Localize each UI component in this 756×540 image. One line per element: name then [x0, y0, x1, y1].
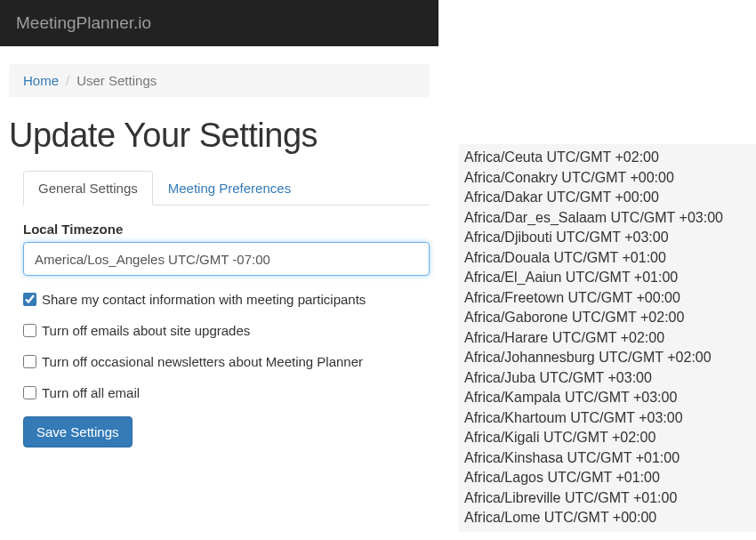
timezone-option[interactable]: Africa/Djibouti UTC/GMT +03:00 — [459, 228, 756, 248]
timezone-group: Local Timezone — [23, 222, 430, 276]
timezone-option[interactable]: Africa/Conakry UTC/GMT +00:00 — [459, 168, 756, 189]
page-title: Update Your Settings — [9, 117, 430, 155]
timezone-input[interactable] — [23, 242, 430, 276]
turnoff-newsletters-checkbox[interactable] — [23, 355, 36, 368]
breadcrumb: Home / User Settings — [9, 64, 430, 97]
tab-preferences-label[interactable]: Meeting Preferences — [153, 171, 306, 206]
tab-content: Local Timezone Share my contact informat… — [9, 222, 430, 447]
turnoff-upgrades-checkbox[interactable] — [23, 324, 36, 337]
tab-preferences[interactable]: Meeting Preferences — [153, 171, 306, 206]
share-contact-checkbox-row[interactable]: Share my contact information with meetin… — [23, 292, 430, 307]
breadcrumb-current: User Settings — [76, 73, 157, 88]
turnoff-upgrades-checkbox-row[interactable]: Turn off emails about site upgrades — [23, 323, 430, 338]
turnoff-all-label: Turn off all email — [42, 385, 140, 400]
timezone-option[interactable]: Africa/Harare UTC/GMT +02:00 — [459, 328, 756, 349]
turnoff-newsletters-label: Turn off occasional newsletters about Me… — [42, 354, 363, 369]
nav-tabs: General Settings Meeting Preferences — [23, 171, 430, 206]
turnoff-all-checkbox-row[interactable]: Turn off all email — [23, 385, 430, 400]
timezone-label: Local Timezone — [23, 222, 430, 237]
timezone-option[interactable]: Africa/Dar_es_Salaam UTC/GMT +03:00 — [459, 208, 756, 229]
tab-general[interactable]: General Settings — [23, 171, 153, 206]
timezone-option[interactable]: Africa/Lagos UTC/GMT +01:00 — [459, 468, 756, 488]
timezone-option[interactable]: Africa/Gaborone UTC/GMT +02:00 — [459, 308, 756, 328]
breadcrumb-separator: / — [59, 73, 76, 88]
timezone-option[interactable]: Africa/Freetown UTC/GMT +00:00 — [459, 288, 756, 309]
share-contact-label: Share my contact information with meetin… — [42, 292, 366, 307]
navbar-brand[interactable]: MeetingPlanner.io — [16, 13, 151, 33]
timezone-option[interactable]: Africa/Ceuta UTC/GMT +02:00 — [459, 148, 756, 168]
timezone-option[interactable]: Africa/Khartoum UTC/GMT +03:00 — [459, 408, 756, 429]
timezone-option[interactable]: Africa/Johannesburg UTC/GMT +02:00 — [459, 348, 756, 368]
breadcrumb-home-link[interactable]: Home — [23, 73, 59, 88]
turnoff-newsletters-checkbox-row[interactable]: Turn off occasional newsletters about Me… — [23, 354, 430, 369]
timezone-option[interactable]: Africa/Lome UTC/GMT +00:00 — [459, 508, 756, 528]
timezone-option[interactable]: Africa/Juba UTC/GMT +03:00 — [459, 368, 756, 389]
timezone-option[interactable]: Africa/Douala UTC/GMT +01:00 — [459, 248, 756, 269]
timezone-option[interactable]: Africa/Kinshasa UTC/GMT +01:00 — [459, 448, 756, 469]
timezone-option[interactable]: Africa/Kampala UTC/GMT +03:00 — [459, 388, 756, 408]
main-container: Home / User Settings Update Your Setting… — [0, 46, 438, 456]
timezone-dropdown[interactable]: Africa/Ceuta UTC/GMT +02:00Africa/Conakr… — [459, 144, 756, 532]
turnoff-upgrades-label: Turn off emails about site upgrades — [42, 323, 250, 338]
tab-general-label[interactable]: General Settings — [23, 171, 153, 206]
timezone-option[interactable]: Africa/Dakar UTC/GMT +00:00 — [459, 188, 756, 208]
save-button[interactable]: Save Settings — [23, 416, 133, 447]
navbar: MeetingPlanner.io — [0, 0, 438, 46]
timezone-option[interactable]: Africa/Kigali UTC/GMT +02:00 — [459, 428, 756, 448]
timezone-option[interactable]: Africa/El_Aaiun UTC/GMT +01:00 — [459, 268, 756, 288]
turnoff-all-checkbox[interactable] — [23, 386, 36, 399]
timezone-option[interactable]: Africa/Libreville UTC/GMT +01:00 — [459, 488, 756, 509]
share-contact-checkbox[interactable] — [23, 293, 36, 306]
